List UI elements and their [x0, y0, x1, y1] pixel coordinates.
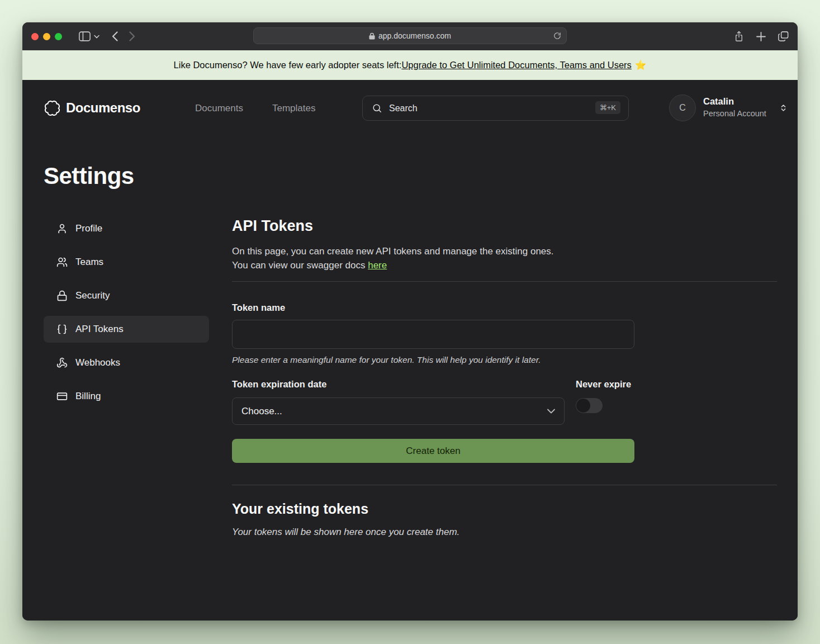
tab-overview-icon[interactable] — [778, 31, 789, 41]
braces-icon — [56, 324, 68, 335]
webhook-icon — [56, 357, 68, 368]
section-heading: API Tokens — [232, 217, 777, 235]
search-input[interactable]: Search ⌘+K — [362, 96, 629, 121]
page-title: Settings — [44, 163, 134, 190]
zoom-button[interactable] — [55, 33, 62, 40]
promo-banner: Like Documenso? We have few early adopte… — [22, 50, 798, 80]
create-token-button[interactable]: Create token — [232, 439, 634, 463]
brand-name[interactable]: Documenso — [66, 100, 140, 116]
traffic-lights — [31, 33, 62, 40]
search-shortcut: ⌘+K — [595, 101, 620, 114]
account-name: Catalin — [703, 96, 734, 107]
sidebar-item-label: Teams — [75, 257, 103, 268]
browser-window: app.documenso.com Like Documenso? We hav… — [22, 22, 798, 621]
never-expire-toggle[interactable] — [576, 398, 603, 413]
never-expire-label: Never expire — [576, 379, 631, 390]
user-icon — [56, 223, 68, 234]
avatar[interactable]: C — [669, 94, 696, 121]
reload-icon[interactable] — [553, 32, 561, 40]
chevron-down-icon[interactable] — [94, 35, 99, 39]
back-icon[interactable] — [112, 31, 118, 41]
sidebar-item-label: API Tokens — [75, 324, 124, 335]
lock-icon — [369, 32, 375, 40]
sidebar-item-webhooks[interactable]: Webhooks — [44, 349, 209, 376]
existing-tokens-empty-text: Your tokens will be shown here once you … — [232, 527, 777, 538]
sidebar-item-label: Security — [75, 290, 110, 301]
sidebar-item-billing[interactable]: Billing — [44, 383, 209, 410]
api-tokens-panel: API Tokens On this page, you can create … — [232, 217, 777, 538]
description-line1: On this page, you can create new API tok… — [232, 246, 554, 257]
new-tab-icon[interactable] — [756, 32, 766, 41]
app-content: Documenso Documents Templates Search ⌘+K… — [22, 80, 798, 621]
sidebar-toggle-icon[interactable] — [79, 31, 91, 41]
share-icon[interactable] — [734, 31, 744, 42]
star-emoji: ⭐ — [635, 60, 647, 70]
browser-chrome: app.documenso.com — [22, 22, 798, 50]
token-name-input[interactable] — [232, 320, 634, 349]
users-icon — [56, 257, 68, 268]
chevrons-up-down-icon[interactable] — [779, 101, 788, 115]
sidebar-item-label: Webhooks — [75, 357, 120, 368]
expiration-row: Token expiration date Never expire Choos… — [232, 379, 777, 425]
divider — [232, 281, 777, 282]
sidebar-item-profile[interactable]: Profile — [44, 215, 209, 242]
account-type: Personal Account — [703, 109, 766, 118]
swagger-docs-link[interactable]: here — [368, 260, 387, 271]
sidebar-item-teams[interactable]: Teams — [44, 249, 209, 276]
sidebar-item-label: Profile — [75, 223, 102, 234]
lock-icon — [56, 290, 68, 301]
expiration-select[interactable]: Choose... — [232, 397, 565, 425]
avatar-initial: C — [679, 103, 686, 113]
promo-text: Like Documenso? We have few early adopte… — [174, 60, 402, 70]
existing-tokens-heading: Your existing tokens — [232, 500, 777, 517]
search-icon — [372, 103, 382, 113]
close-button[interactable] — [31, 33, 39, 40]
chevron-down-icon — [547, 409, 555, 414]
expiration-label: Token expiration date — [232, 379, 777, 390]
toggle-knob — [576, 399, 590, 413]
url-text: app.documenso.com — [378, 31, 451, 40]
forward-icon[interactable] — [129, 31, 135, 41]
documenso-logo-icon[interactable] — [45, 101, 60, 116]
section-description: On this page, you can create new API tok… — [232, 244, 777, 272]
nav-templates[interactable]: Templates — [272, 103, 315, 114]
sidebar-item-security[interactable]: Security — [44, 282, 209, 309]
sidebar-item-api-tokens[interactable]: API Tokens — [44, 316, 209, 343]
token-name-label: Token name — [232, 302, 777, 313]
expiration-selected-value: Choose... — [241, 406, 282, 417]
settings-sidebar: Profile Teams Security API Tokens — [44, 215, 209, 416]
search-placeholder: Search — [389, 103, 418, 113]
token-name-hint: Please enter a meaningful name for your … — [232, 355, 777, 365]
minimize-button[interactable] — [43, 33, 50, 40]
divider — [232, 485, 777, 485]
address-bar[interactable]: app.documenso.com — [253, 27, 567, 44]
description-line2: You can view our swagger docs — [232, 260, 368, 271]
upgrade-link[interactable]: Upgrade to Get Unlimited Documents, Team… — [401, 60, 631, 70]
nav-documents[interactable]: Documents — [195, 103, 243, 114]
sidebar-item-label: Billing — [75, 391, 101, 402]
credit-card-icon — [56, 391, 68, 402]
